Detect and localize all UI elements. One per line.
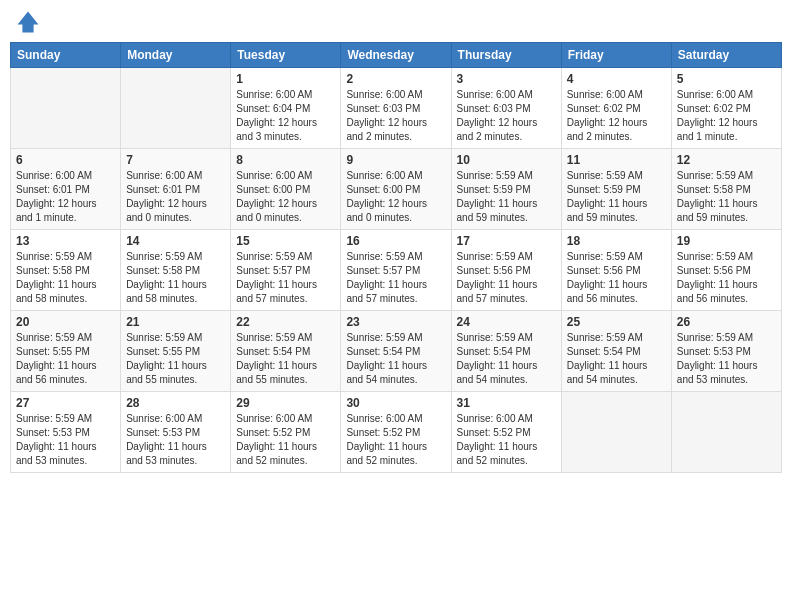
day-info: Sunrise: 5:59 AMSunset: 5:58 PMDaylight:… xyxy=(126,250,225,306)
calendar-day-header: Sunday xyxy=(11,43,121,68)
day-info: Sunrise: 6:00 AMSunset: 6:04 PMDaylight:… xyxy=(236,88,335,144)
day-info: Sunrise: 5:59 AMSunset: 5:56 PMDaylight:… xyxy=(457,250,556,306)
calendar-day-cell: 22Sunrise: 5:59 AMSunset: 5:54 PMDayligh… xyxy=(231,311,341,392)
calendar-day-cell xyxy=(11,68,121,149)
calendar-day-cell: 25Sunrise: 5:59 AMSunset: 5:54 PMDayligh… xyxy=(561,311,671,392)
day-number: 22 xyxy=(236,315,335,329)
day-info: Sunrise: 6:00 AMSunset: 5:52 PMDaylight:… xyxy=(346,412,445,468)
day-info: Sunrise: 6:00 AMSunset: 6:02 PMDaylight:… xyxy=(677,88,776,144)
day-info: Sunrise: 5:59 AMSunset: 5:59 PMDaylight:… xyxy=(457,169,556,225)
calendar-day-cell: 21Sunrise: 5:59 AMSunset: 5:55 PMDayligh… xyxy=(121,311,231,392)
day-number: 30 xyxy=(346,396,445,410)
day-info: Sunrise: 6:00 AMSunset: 5:52 PMDaylight:… xyxy=(457,412,556,468)
day-info: Sunrise: 6:00 AMSunset: 5:53 PMDaylight:… xyxy=(126,412,225,468)
calendar-day-cell: 12Sunrise: 5:59 AMSunset: 5:58 PMDayligh… xyxy=(671,149,781,230)
day-info: Sunrise: 5:59 AMSunset: 5:56 PMDaylight:… xyxy=(567,250,666,306)
calendar-week-row: 27Sunrise: 5:59 AMSunset: 5:53 PMDayligh… xyxy=(11,392,782,473)
calendar-day-cell: 16Sunrise: 5:59 AMSunset: 5:57 PMDayligh… xyxy=(341,230,451,311)
calendar-day-cell: 19Sunrise: 5:59 AMSunset: 5:56 PMDayligh… xyxy=(671,230,781,311)
calendar-week-row: 13Sunrise: 5:59 AMSunset: 5:58 PMDayligh… xyxy=(11,230,782,311)
day-info: Sunrise: 5:59 AMSunset: 5:53 PMDaylight:… xyxy=(677,331,776,387)
calendar-day-cell xyxy=(121,68,231,149)
calendar-day-cell: 27Sunrise: 5:59 AMSunset: 5:53 PMDayligh… xyxy=(11,392,121,473)
day-info: Sunrise: 5:59 AMSunset: 5:58 PMDaylight:… xyxy=(677,169,776,225)
day-info: Sunrise: 6:00 AMSunset: 6:03 PMDaylight:… xyxy=(346,88,445,144)
calendar-day-cell: 8Sunrise: 6:00 AMSunset: 6:00 PMDaylight… xyxy=(231,149,341,230)
day-number: 13 xyxy=(16,234,115,248)
calendar-week-row: 6Sunrise: 6:00 AMSunset: 6:01 PMDaylight… xyxy=(11,149,782,230)
calendar-day-cell: 4Sunrise: 6:00 AMSunset: 6:02 PMDaylight… xyxy=(561,68,671,149)
day-info: Sunrise: 5:59 AMSunset: 5:54 PMDaylight:… xyxy=(457,331,556,387)
day-number: 16 xyxy=(346,234,445,248)
day-info: Sunrise: 5:59 AMSunset: 5:57 PMDaylight:… xyxy=(236,250,335,306)
calendar-day-header: Monday xyxy=(121,43,231,68)
day-number: 24 xyxy=(457,315,556,329)
day-number: 2 xyxy=(346,72,445,86)
svg-marker-0 xyxy=(18,12,39,33)
day-number: 19 xyxy=(677,234,776,248)
calendar-day-header: Tuesday xyxy=(231,43,341,68)
day-number: 18 xyxy=(567,234,666,248)
calendar-day-cell: 1Sunrise: 6:00 AMSunset: 6:04 PMDaylight… xyxy=(231,68,341,149)
day-info: Sunrise: 5:59 AMSunset: 5:58 PMDaylight:… xyxy=(16,250,115,306)
day-info: Sunrise: 6:00 AMSunset: 6:02 PMDaylight:… xyxy=(567,88,666,144)
calendar-day-cell xyxy=(671,392,781,473)
day-number: 5 xyxy=(677,72,776,86)
calendar-week-row: 20Sunrise: 5:59 AMSunset: 5:55 PMDayligh… xyxy=(11,311,782,392)
day-info: Sunrise: 5:59 AMSunset: 5:55 PMDaylight:… xyxy=(16,331,115,387)
calendar-day-cell: 5Sunrise: 6:00 AMSunset: 6:02 PMDaylight… xyxy=(671,68,781,149)
logo xyxy=(14,10,40,34)
logo-icon xyxy=(16,10,40,34)
day-number: 31 xyxy=(457,396,556,410)
calendar-day-cell: 3Sunrise: 6:00 AMSunset: 6:03 PMDaylight… xyxy=(451,68,561,149)
day-info: Sunrise: 5:59 AMSunset: 5:53 PMDaylight:… xyxy=(16,412,115,468)
day-number: 28 xyxy=(126,396,225,410)
day-number: 20 xyxy=(16,315,115,329)
calendar-day-cell: 24Sunrise: 5:59 AMSunset: 5:54 PMDayligh… xyxy=(451,311,561,392)
day-info: Sunrise: 5:59 AMSunset: 5:54 PMDaylight:… xyxy=(567,331,666,387)
day-number: 25 xyxy=(567,315,666,329)
calendar-day-cell: 23Sunrise: 5:59 AMSunset: 5:54 PMDayligh… xyxy=(341,311,451,392)
calendar-day-cell: 13Sunrise: 5:59 AMSunset: 5:58 PMDayligh… xyxy=(11,230,121,311)
day-number: 1 xyxy=(236,72,335,86)
day-number: 11 xyxy=(567,153,666,167)
calendar-body: 1Sunrise: 6:00 AMSunset: 6:04 PMDaylight… xyxy=(11,68,782,473)
day-info: Sunrise: 6:00 AMSunset: 6:00 PMDaylight:… xyxy=(346,169,445,225)
day-info: Sunrise: 5:59 AMSunset: 5:57 PMDaylight:… xyxy=(346,250,445,306)
day-number: 12 xyxy=(677,153,776,167)
calendar-day-header: Friday xyxy=(561,43,671,68)
calendar-day-header: Thursday xyxy=(451,43,561,68)
calendar-day-cell: 10Sunrise: 5:59 AMSunset: 5:59 PMDayligh… xyxy=(451,149,561,230)
day-number: 14 xyxy=(126,234,225,248)
day-number: 21 xyxy=(126,315,225,329)
calendar-day-cell: 17Sunrise: 5:59 AMSunset: 5:56 PMDayligh… xyxy=(451,230,561,311)
day-number: 10 xyxy=(457,153,556,167)
calendar-week-row: 1Sunrise: 6:00 AMSunset: 6:04 PMDaylight… xyxy=(11,68,782,149)
day-info: Sunrise: 6:00 AMSunset: 5:52 PMDaylight:… xyxy=(236,412,335,468)
day-number: 9 xyxy=(346,153,445,167)
calendar-day-cell: 15Sunrise: 5:59 AMSunset: 5:57 PMDayligh… xyxy=(231,230,341,311)
day-info: Sunrise: 6:00 AMSunset: 6:03 PMDaylight:… xyxy=(457,88,556,144)
day-info: Sunrise: 5:59 AMSunset: 5:55 PMDaylight:… xyxy=(126,331,225,387)
calendar-day-cell: 18Sunrise: 5:59 AMSunset: 5:56 PMDayligh… xyxy=(561,230,671,311)
day-number: 8 xyxy=(236,153,335,167)
calendar-day-cell: 30Sunrise: 6:00 AMSunset: 5:52 PMDayligh… xyxy=(341,392,451,473)
calendar-day-header: Saturday xyxy=(671,43,781,68)
calendar-day-cell xyxy=(561,392,671,473)
day-info: Sunrise: 6:00 AMSunset: 6:01 PMDaylight:… xyxy=(126,169,225,225)
day-number: 7 xyxy=(126,153,225,167)
calendar-day-cell: 2Sunrise: 6:00 AMSunset: 6:03 PMDaylight… xyxy=(341,68,451,149)
calendar-day-cell: 20Sunrise: 5:59 AMSunset: 5:55 PMDayligh… xyxy=(11,311,121,392)
calendar-day-cell: 29Sunrise: 6:00 AMSunset: 5:52 PMDayligh… xyxy=(231,392,341,473)
day-number: 29 xyxy=(236,396,335,410)
day-number: 3 xyxy=(457,72,556,86)
calendar-header-row: SundayMondayTuesdayWednesdayThursdayFrid… xyxy=(11,43,782,68)
day-info: Sunrise: 6:00 AMSunset: 6:00 PMDaylight:… xyxy=(236,169,335,225)
calendar-day-cell: 26Sunrise: 5:59 AMSunset: 5:53 PMDayligh… xyxy=(671,311,781,392)
calendar-day-cell: 14Sunrise: 5:59 AMSunset: 5:58 PMDayligh… xyxy=(121,230,231,311)
calendar-day-header: Wednesday xyxy=(341,43,451,68)
day-info: Sunrise: 5:59 AMSunset: 5:54 PMDaylight:… xyxy=(236,331,335,387)
day-number: 6 xyxy=(16,153,115,167)
calendar-day-cell: 31Sunrise: 6:00 AMSunset: 5:52 PMDayligh… xyxy=(451,392,561,473)
day-info: Sunrise: 5:59 AMSunset: 5:54 PMDaylight:… xyxy=(346,331,445,387)
